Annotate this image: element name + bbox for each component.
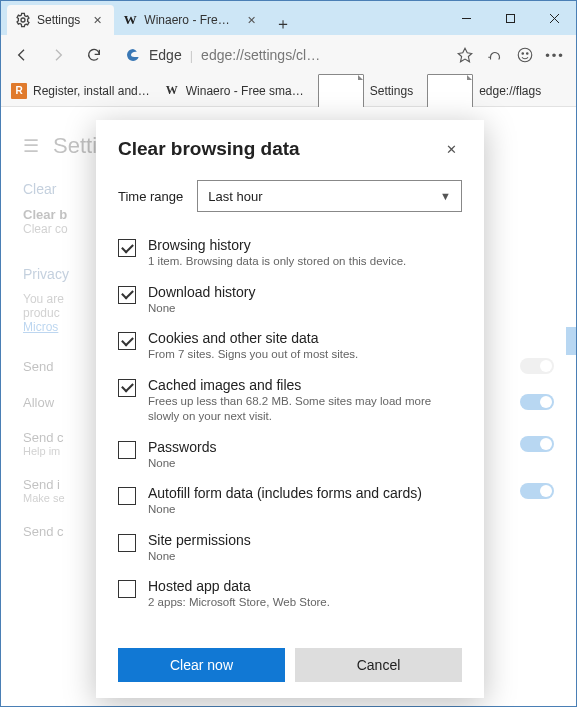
new-tab-button[interactable]: ＋ — [268, 14, 298, 35]
gear-icon — [15, 12, 31, 28]
checkbox[interactable] — [118, 580, 136, 598]
site-favicon: W — [122, 12, 138, 28]
clear-browsing-data-dialog: Clear browsing data ✕ Time range Last ho… — [96, 120, 484, 698]
checkbox[interactable] — [118, 379, 136, 397]
bookmark-item[interactable]: Settings — [318, 74, 413, 108]
tab-label: Winaero - Free smal… — [144, 13, 234, 27]
time-range-value: Last hour — [208, 189, 262, 204]
browser-toolbar: Edge | edge://settings/cl… ••• — [1, 35, 576, 75]
svg-point-6 — [518, 48, 532, 62]
svg-point-0 — [21, 18, 25, 22]
clear-data-options: Browsing history1 item. Browsing data is… — [118, 230, 462, 638]
address-separator: | — [190, 48, 193, 63]
checkbox[interactable] — [118, 487, 136, 505]
option-autofill[interactable]: Autofill form data (includes forms and c… — [118, 478, 462, 525]
address-bar[interactable]: Edge | edge://settings/cl… — [117, 40, 446, 70]
chevron-down-icon: ▼ — [440, 190, 451, 202]
svg-rect-2 — [506, 14, 514, 22]
forward-button[interactable] — [45, 42, 71, 68]
option-browsing-history[interactable]: Browsing history1 item. Browsing data is… — [118, 230, 462, 277]
edge-icon — [125, 47, 141, 63]
clear-now-button[interactable]: Clear now — [118, 648, 285, 682]
sync-icon[interactable] — [486, 46, 504, 64]
option-cookies[interactable]: Cookies and other site dataFrom 7 sites.… — [118, 323, 462, 370]
page-icon — [427, 74, 473, 108]
checkbox[interactable] — [118, 239, 136, 257]
maximize-button[interactable] — [488, 1, 532, 35]
option-hosted-app-data[interactable]: Hosted app data2 apps: Microsoft Store, … — [118, 571, 462, 618]
option-download-history[interactable]: Download historyNone — [118, 277, 462, 324]
favorite-icon[interactable] — [456, 46, 474, 64]
close-icon[interactable]: ✕ — [244, 13, 258, 27]
time-range-label: Time range — [118, 189, 183, 204]
time-range-select[interactable]: Last hour ▼ — [197, 180, 462, 212]
bookmark-label: Settings — [370, 84, 413, 98]
tab-settings[interactable]: Settings ✕ — [7, 5, 114, 35]
bookmark-item[interactable]: R Register, install and… — [11, 83, 150, 99]
profile-icon[interactable] — [516, 46, 534, 64]
bookmark-item[interactable]: edge://flags — [427, 74, 541, 108]
svg-marker-5 — [458, 48, 472, 62]
window-titlebar: Settings ✕ W Winaero - Free smal… ✕ ＋ — [1, 1, 576, 35]
bookmarks-bar: R Register, install and… W Winaero - Fre… — [1, 75, 576, 107]
tab-winaero[interactable]: W Winaero - Free smal… ✕ — [114, 5, 268, 35]
close-icon[interactable]: ✕ — [90, 13, 104, 27]
window-buttons — [444, 1, 576, 35]
option-passwords[interactable]: PasswordsNone — [118, 432, 462, 479]
window-close-button[interactable] — [532, 1, 576, 35]
page-icon — [318, 74, 364, 108]
option-site-permissions[interactable]: Site permissionsNone — [118, 525, 462, 572]
bookmark-item[interactable]: W Winaero - Free sma… — [164, 83, 304, 99]
back-button[interactable] — [9, 42, 35, 68]
bookmark-label: edge://flags — [479, 84, 541, 98]
address-url: edge://settings/cl… — [201, 47, 320, 63]
svg-point-7 — [522, 53, 524, 55]
cancel-button[interactable]: Cancel — [295, 648, 462, 682]
dialog-title: Clear browsing data — [118, 138, 300, 160]
bookmark-label: Winaero - Free sma… — [186, 84, 304, 98]
svg-point-8 — [527, 53, 529, 55]
option-cached-images[interactable]: Cached images and filesFrees up less tha… — [118, 370, 462, 432]
toolbar-actions: ••• — [456, 46, 568, 64]
bookmark-label: Register, install and… — [33, 84, 150, 98]
tab-label: Settings — [37, 13, 80, 27]
tab-strip: Settings ✕ W Winaero - Free smal… ✕ ＋ — [1, 1, 444, 35]
dialog-close-button[interactable]: ✕ — [440, 138, 462, 160]
address-product-label: Edge — [149, 47, 182, 63]
checkbox[interactable] — [118, 534, 136, 552]
checkbox[interactable] — [118, 332, 136, 350]
bookmark-favicon: W — [164, 83, 180, 99]
checkbox[interactable] — [118, 441, 136, 459]
more-icon[interactable]: ••• — [546, 46, 564, 64]
minimize-button[interactable] — [444, 1, 488, 35]
bookmark-favicon: R — [11, 83, 27, 99]
checkbox[interactable] — [118, 286, 136, 304]
refresh-button[interactable] — [81, 42, 107, 68]
